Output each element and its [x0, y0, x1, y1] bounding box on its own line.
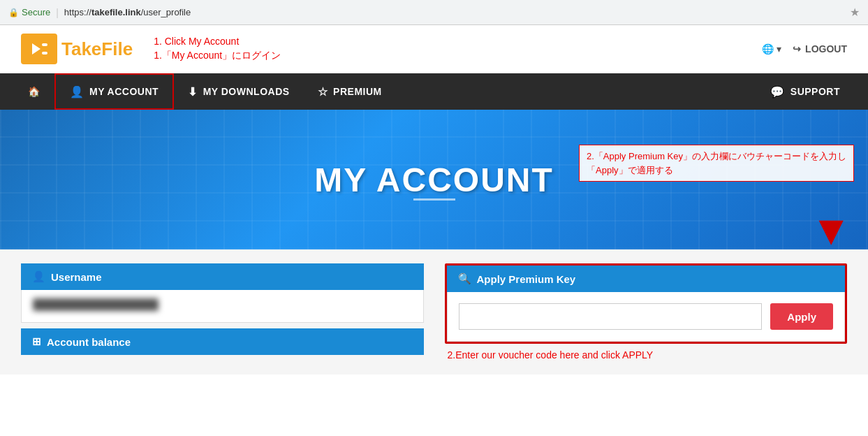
separator: | — [56, 7, 59, 18]
hero-title: MY ACCOUNT — [314, 161, 554, 199]
hero-annotation-line1: 2.「Apply Premium Key」の入力欄にバウチャーコードを入力し — [587, 150, 846, 164]
account-icon: 👤 — [70, 85, 84, 99]
username-header-label: Username — [51, 271, 102, 283]
annotation-step1a: 1. Click My Account — [154, 36, 281, 47]
hero-divider — [413, 198, 455, 201]
nav-premium-label: PREMIUM — [333, 86, 382, 97]
main-nav: 🏠 👤 MY ACCOUNT ⬇ MY DOWNLOADS ☆ PREMIUM … — [0, 73, 868, 110]
username-value — [33, 298, 159, 311]
username-body — [21, 290, 424, 323]
logout-button[interactable]: ↪ LOGOUT — [793, 43, 847, 54]
hero-banner: MY ACCOUNT 2.「Apply Premium Key」の入力欄にバウチ… — [0, 110, 868, 249]
nav-my-account-label: MY ACCOUNT — [89, 86, 159, 97]
nav-support[interactable]: 💬 SUPPORT — [756, 73, 854, 110]
right-column: ▼ 🔍 Apply Premium Key Apply 2.Enter our … — [445, 263, 848, 361]
balance-icon: ⊞ — [32, 335, 41, 348]
logout-label: LOGOUT — [805, 43, 847, 54]
nav-my-account[interactable]: 👤 MY ACCOUNT — [54, 73, 175, 110]
apply-label: Apply — [787, 311, 816, 323]
download-icon: ⬇ — [188, 85, 198, 99]
header-right: 🌐 ▾ ↪ LOGOUT — [762, 43, 847, 54]
language-button[interactable]: 🌐 ▾ — [762, 43, 781, 54]
nav-support-label: SUPPORT — [790, 86, 840, 97]
key-search-icon: 🔍 — [458, 272, 471, 285]
svg-rect-2 — [42, 52, 47, 54]
premium-key-box: ▼ 🔍 Apply Premium Key Apply — [445, 263, 848, 344]
nav-my-downloads[interactable]: ⬇ MY DOWNLOADS — [174, 73, 303, 110]
url-bar[interactable]: https://takefile.link/user_profile — [64, 7, 191, 17]
star-icon: ☆ — [318, 85, 328, 99]
header-annotations: 1. Click My Account 1.「My Account」にログイン — [154, 36, 281, 62]
svg-rect-1 — [42, 43, 47, 46]
bottom-annotation: 2.Enter our voucher code here and click … — [445, 349, 848, 361]
browser-bar: 🔒 Secure | https://takefile.link/user_pr… — [0, 0, 868, 25]
down-arrow-icon: ▼ — [811, 210, 852, 252]
premium-key-input[interactable] — [459, 303, 763, 330]
premium-key-label: Apply Premium Key — [477, 273, 576, 285]
username-header-icon: 👤 — [32, 270, 45, 283]
premium-key-body: Apply — [447, 292, 846, 342]
username-header: 👤 Username — [21, 263, 424, 290]
hero-annotation: 2.「Apply Premium Key」の入力欄にバウチャーコードを入力し 「… — [579, 145, 854, 182]
support-icon: 💬 — [770, 85, 785, 99]
dropdown-chevron-icon: ▾ — [777, 43, 781, 54]
apply-button[interactable]: Apply — [770, 303, 833, 330]
bookmark-icon[interactable]: ★ — [850, 6, 860, 19]
premium-key-header: 🔍 Apply Premium Key — [447, 266, 846, 292]
account-balance-header: ⊞ Account balance — [21, 328, 424, 355]
home-icon: 🏠 — [28, 86, 41, 97]
account-balance-label: Account balance — [47, 336, 131, 348]
left-column: 👤 Username ⊞ Account balance — [21, 263, 424, 361]
globe-icon: 🌐 — [762, 43, 774, 54]
lock-icon: 🔒 — [8, 8, 19, 17]
logo-icon — [21, 34, 57, 64]
hero-annotation-line2: 「Apply」で適用する — [587, 164, 846, 177]
nav-home[interactable]: 🏠 — [14, 73, 54, 110]
main-content: 👤 Username ⊞ Account balance ▼ 🔍 Apply P… — [0, 249, 868, 375]
site-header: TakeFile 1. Click My Account 1.「My Accou… — [0, 25, 868, 73]
nav-premium[interactable]: ☆ PREMIUM — [304, 73, 396, 110]
logout-icon: ↪ — [793, 43, 801, 54]
nav-my-downloads-label: MY DOWNLOADS — [203, 86, 290, 97]
logo[interactable]: TakeFile — [21, 34, 133, 64]
secure-indicator: 🔒 Secure — [8, 7, 50, 17]
annotation-step1b: 1.「My Account」にログイン — [154, 50, 281, 62]
arrow-annotation: ▼ — [811, 210, 852, 252]
logo-text: TakeFile — [61, 38, 133, 60]
logo-svg — [27, 38, 52, 60]
